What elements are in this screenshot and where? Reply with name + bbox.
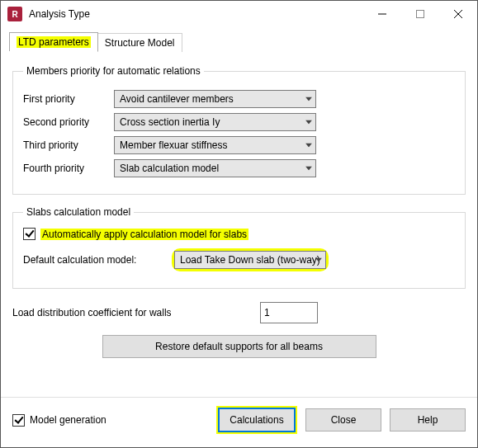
group-legend: Members priority for automatic relations <box>23 65 204 77</box>
calculations-button[interactable]: Calculations <box>218 408 296 432</box>
priority-row-1: First priority Avoid cantilever members <box>23 90 455 108</box>
fourth-priority-select[interactable]: Slab calculation model <box>114 159 316 177</box>
first-priority-select[interactable]: Avoid cantilever members <box>114 90 316 108</box>
svg-marker-8 <box>315 258 322 262</box>
tab-strip: LTD parameters Structure Model <box>9 31 477 50</box>
second-priority-select[interactable]: Cross section inertia Iy <box>114 113 316 131</box>
chevron-down-icon <box>305 167 312 171</box>
priority-row-3: Third priority Member flexuar stiffness <box>23 136 455 154</box>
svg-rect-1 <box>417 11 424 18</box>
load-coeff-input[interactable] <box>260 302 318 323</box>
select-value: Member flexuar stiffness <box>120 139 228 151</box>
button-label: Calculations <box>230 414 283 426</box>
chevron-down-icon <box>305 120 312 125</box>
client-area: Members priority for automatic relations… <box>1 50 477 358</box>
restore-defaults-button[interactable]: Restore default supports for all beams <box>102 335 376 358</box>
auto-apply-label: Automatically apply calculation model fo… <box>40 229 248 240</box>
highlight-ring: Load Take Down slab (two-way) <box>172 248 329 271</box>
window-title: Analysis Type <box>29 8 363 20</box>
auto-apply-row: Automatically apply calculation model fo… <box>23 228 455 240</box>
priority-label: Third priority <box>23 139 114 151</box>
tab-structure-model[interactable]: Structure Model <box>97 33 182 52</box>
priority-row-2: Second priority Cross section inertia Iy <box>23 113 455 131</box>
load-coeff-label: Load distribution coefficient for walls <box>12 307 260 318</box>
minimize-icon <box>378 10 386 18</box>
default-calc-label: Default calculation model: <box>23 254 172 266</box>
select-value: Load Take Down slab (two-way) <box>180 254 320 266</box>
close-dialog-button[interactable]: Close <box>305 408 381 431</box>
tab-ltd-parameters[interactable]: LTD parameters <box>9 32 98 51</box>
svg-marker-4 <box>305 97 312 101</box>
highlight-wrap: Calculations <box>216 406 297 434</box>
tab-label: Structure Model <box>105 37 175 49</box>
group-legend: Slabs calculation model <box>23 206 134 218</box>
default-calc-select[interactable]: Load Take Down slab (two-way) <box>174 251 326 269</box>
close-icon <box>454 10 462 18</box>
slabs-calc-group: Slabs calculation model Automatically ap… <box>12 206 466 289</box>
window-controls <box>363 2 477 26</box>
select-value: Avoid cantilever members <box>120 93 234 105</box>
default-calc-row: Default calculation model: Load Take Dow… <box>23 248 455 271</box>
help-button[interactable]: Help <box>390 408 466 431</box>
chevron-down-icon <box>305 144 312 148</box>
svg-marker-7 <box>305 167 312 171</box>
button-label: Close <box>331 414 357 426</box>
select-value: Cross section inertia Iy <box>120 116 220 128</box>
auto-apply-checkbox[interactable] <box>23 228 35 240</box>
select-value: Slab calculation model <box>120 163 219 174</box>
app-icon: R <box>7 7 22 21</box>
button-label: Restore default supports for all beams <box>155 341 323 352</box>
priority-row-4: Fourth priority Slab calculation model <box>23 159 455 177</box>
button-label: Help <box>418 414 438 426</box>
tab-label: LTD parameters <box>17 36 91 48</box>
model-gen-checkbox[interactable] <box>12 414 25 427</box>
priority-label: Second priority <box>23 116 114 128</box>
bottom-bar: Model generation Calculations Close Help <box>1 397 477 447</box>
maximize-icon <box>416 10 424 18</box>
priority-label: Fourth priority <box>23 163 114 174</box>
chevron-down-icon <box>315 258 322 262</box>
svg-marker-5 <box>305 120 312 125</box>
minimize-button[interactable] <box>363 2 401 26</box>
load-coeff-row: Load distribution coefficient for walls <box>12 302 466 323</box>
chevron-down-icon <box>305 97 312 101</box>
analysis-type-window: R Analysis Type LTD parameters Structure… <box>0 0 478 448</box>
third-priority-select[interactable]: Member flexuar stiffness <box>114 136 316 154</box>
titlebar: R Analysis Type <box>1 1 477 27</box>
priority-label: First priority <box>23 93 114 105</box>
model-gen-row: Model generation <box>12 414 106 427</box>
members-priority-group: Members priority for automatic relations… <box>12 65 466 195</box>
svg-marker-6 <box>305 144 312 148</box>
maximize-button[interactable] <box>401 2 439 26</box>
close-button[interactable] <box>439 2 477 26</box>
model-gen-label: Model generation <box>30 414 106 426</box>
